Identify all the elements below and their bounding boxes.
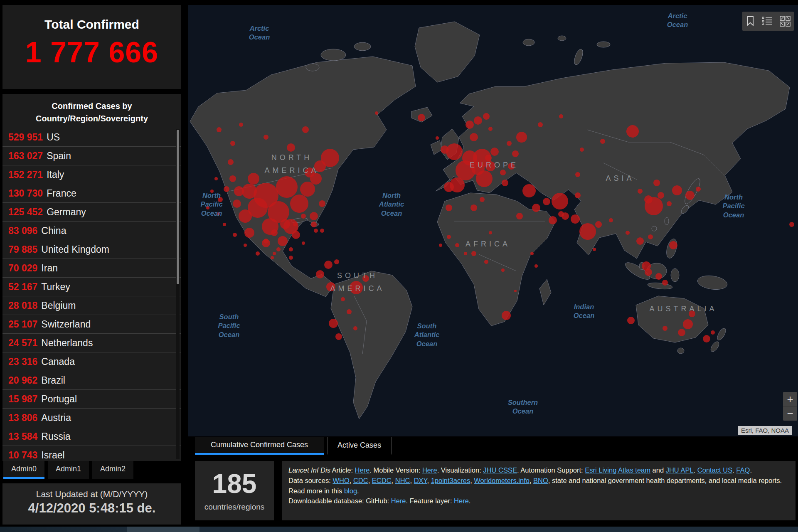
case-bubble[interactable] (264, 135, 268, 140)
case-bubble[interactable] (789, 222, 794, 227)
case-bubble[interactable] (501, 268, 505, 272)
case-bubble[interactable] (543, 198, 550, 205)
case-bubble[interactable] (335, 333, 342, 340)
case-bubble[interactable] (663, 326, 667, 331)
case-bubble[interactable] (471, 251, 476, 256)
case-bubble[interactable] (532, 204, 540, 212)
case-bubble[interactable] (375, 111, 378, 115)
footer-link[interactable]: Here (391, 497, 406, 505)
footer-link[interactable]: Here (454, 497, 469, 505)
case-bubble[interactable] (645, 268, 652, 276)
case-bubble[interactable] (439, 244, 442, 247)
footer-link[interactable]: 1point3acres (431, 477, 470, 484)
zoom-in-button[interactable]: + (783, 392, 797, 406)
case-bubble[interactable] (290, 195, 308, 213)
case-bubble[interactable] (310, 212, 318, 220)
country-row[interactable]: 24 571Netherlands (2, 334, 181, 352)
country-row[interactable]: 13 584Russia (2, 427, 181, 446)
map-tab-active-cases[interactable]: Active Cases (327, 437, 392, 455)
case-bubble[interactable] (678, 329, 685, 336)
case-bubble[interactable] (319, 200, 325, 207)
footer-link[interactable]: FAQ (736, 466, 750, 474)
case-bubble[interactable] (256, 251, 260, 256)
case-bubble[interactable] (669, 241, 677, 249)
footer-link[interactable]: Esri Living Atlas team (585, 466, 650, 474)
case-bubble[interactable] (464, 252, 467, 255)
case-bubble[interactable] (489, 231, 492, 234)
case-bubble[interactable] (311, 222, 317, 227)
footer-link[interactable]: JHU APL (666, 466, 694, 474)
footer-link[interactable]: CDC (353, 477, 368, 484)
case-bubble[interactable] (559, 114, 563, 118)
case-bubble[interactable] (484, 260, 488, 264)
case-bubble[interactable] (626, 231, 630, 235)
footer-link[interactable]: Here (355, 466, 370, 474)
country-row[interactable]: 13 806Austria (2, 409, 181, 427)
country-row[interactable]: 529 951US (2, 128, 181, 147)
case-bubble[interactable] (289, 247, 293, 251)
case-bubble[interactable] (271, 229, 278, 236)
case-bubble[interactable] (580, 148, 584, 152)
case-bubble[interactable] (655, 273, 662, 280)
basemap-grid-icon[interactable] (780, 16, 791, 27)
country-row[interactable]: 20 962Brazil (2, 371, 181, 390)
world-map[interactable]: Arctic OceanArctic OceanNorth Pacific Oc… (188, 5, 798, 436)
case-bubble[interactable] (488, 127, 493, 131)
case-bubble[interactable] (233, 233, 237, 237)
country-row[interactable]: 79 885United Kingdom (2, 240, 181, 259)
case-bubble[interactable] (436, 136, 439, 140)
case-bubble[interactable] (512, 150, 519, 157)
admin-tab-admin0[interactable]: Admin0 (3, 461, 44, 479)
footer-link[interactable]: NHC (395, 477, 410, 484)
footer-link[interactable]: DXY (414, 477, 427, 484)
case-bubble[interactable] (530, 252, 534, 255)
map-tab-cumulative-confirmed-cases[interactable]: Cumulative Confirmed Cases (195, 437, 324, 455)
case-bubble[interactable] (507, 141, 512, 146)
case-bubble[interactable] (230, 141, 235, 146)
case-bubble[interactable] (522, 184, 536, 197)
case-bubble[interactable] (534, 264, 538, 268)
zoom-out-button[interactable]: − (783, 406, 797, 421)
case-bubble[interactable] (305, 167, 315, 177)
case-bubble[interactable] (575, 172, 580, 177)
country-row[interactable]: 152 271Italy (2, 165, 181, 184)
case-bubble[interactable] (276, 247, 281, 251)
case-bubble[interactable] (466, 121, 474, 129)
case-bubble[interactable] (703, 335, 710, 342)
case-bubble[interactable] (210, 190, 214, 193)
case-bubble[interactable] (214, 177, 218, 180)
case-bubble[interactable] (320, 229, 324, 233)
footer-link[interactable]: BNO (533, 477, 548, 484)
case-bubble[interactable] (483, 113, 490, 120)
case-bubble[interactable] (347, 309, 352, 314)
country-row[interactable]: 70 029Iran (2, 259, 181, 278)
case-bubble[interactable] (600, 139, 605, 144)
case-bubble[interactable] (324, 261, 332, 269)
case-bubble[interactable] (329, 319, 338, 328)
case-bubble[interactable] (280, 219, 290, 229)
case-bubble[interactable] (514, 290, 517, 292)
country-row[interactable]: 10 743Israel (2, 446, 181, 461)
footer-link[interactable]: JHU CSSE (483, 466, 517, 474)
case-bubble[interactable] (636, 237, 644, 245)
case-bubble[interactable] (558, 211, 564, 217)
case-bubble[interactable] (293, 222, 297, 227)
case-bubble[interactable] (711, 330, 715, 335)
case-bubble[interactable] (334, 259, 339, 264)
case-bubble[interactable] (206, 206, 209, 209)
case-bubble[interactable] (571, 214, 580, 224)
case-bubble[interactable] (455, 243, 459, 247)
case-bubble[interactable] (575, 192, 581, 198)
case-bubble[interactable] (224, 186, 229, 192)
case-bubble[interactable] (696, 187, 701, 192)
case-bubble[interactable] (476, 170, 493, 187)
case-bubble[interactable] (244, 228, 254, 238)
case-bubble[interactable] (470, 133, 478, 141)
country-row[interactable]: 163 027Spain (2, 147, 181, 165)
footer-link[interactable]: WHO (332, 477, 349, 484)
case-bubble[interactable] (667, 201, 672, 206)
case-bubble[interactable] (273, 252, 276, 255)
case-bubble[interactable] (538, 122, 543, 127)
case-bubble[interactable] (516, 213, 523, 219)
country-row[interactable]: 125 452Germany (2, 203, 181, 222)
